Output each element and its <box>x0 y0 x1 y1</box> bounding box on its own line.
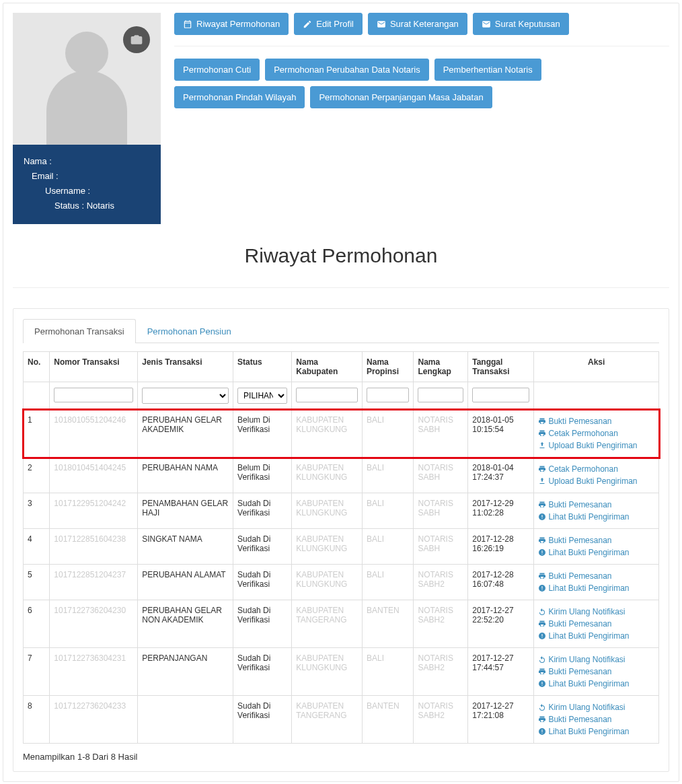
print-icon <box>538 465 546 473</box>
action-bukti-pemesanan[interactable]: Bukti Pemesanan <box>538 499 654 511</box>
btn-pemberhentian-notaris[interactable]: Pemberhentian Notaris <box>434 59 541 81</box>
table-row: 71017122736304231PERPANJANGANSudah Di Ve… <box>24 648 659 696</box>
print-icon <box>538 501 546 509</box>
tab-pensiun[interactable]: Permohonan Pensiun <box>136 319 243 343</box>
print-icon <box>538 715 546 723</box>
cell-status: Belum Di Verifikasi <box>233 458 292 493</box>
btn-riwayat-permohonan[interactable]: Riwayat Permohonan <box>174 13 289 35</box>
camera-icon[interactable] <box>123 26 150 53</box>
print-icon <box>538 668 546 676</box>
btn-permohonan-perubahan-data-notaris[interactable]: Permohonan Perubahan Data Notaris <box>265 59 429 81</box>
cell-jenis <box>138 696 233 744</box>
cell-kab: KABUPATEN KLUNGKUNG <box>292 648 363 696</box>
cell-jenis: PERUBAHAN GELAR AKADEMIK <box>138 410 233 458</box>
cell-prop: BALI <box>363 493 414 529</box>
col-header: Aksi <box>534 352 659 382</box>
action-lihat-bukti-pengiriman[interactable]: Lihat Bukti Pengiriman <box>538 725 654 738</box>
view-icon <box>538 680 546 688</box>
col-header: Nomor Transaksi <box>50 352 138 382</box>
cell-no: 7 <box>24 648 50 696</box>
cell-lengkap: NOTARIS SABH2 <box>414 600 468 648</box>
cell-status: Sudah Di Verifikasi <box>233 493 292 529</box>
cell-jenis: PERUBAHAN GELAR NON AKADEMIK <box>138 600 233 648</box>
cell-no: 3 <box>24 493 50 529</box>
edit-icon <box>303 20 312 29</box>
cell-nomor: 1018010451404245 <box>50 458 138 493</box>
page-title: Riwayat Permohonan <box>13 244 669 267</box>
upload-icon <box>538 441 546 450</box>
btn-permohonan-cuti[interactable]: Permohonan Cuti <box>174 59 260 81</box>
filter-status[interactable]: PILIHAN <box>237 388 287 404</box>
transaksi-table: No.Nomor TransaksiJenis TransaksiStatusN… <box>23 351 659 744</box>
filter-input-1[interactable] <box>54 388 133 402</box>
cell-aksi: Bukti PemesananLihat Bukti Pengiriman <box>534 529 659 565</box>
cell-aksi: Bukti PemesananCetak PermohonanUpload Bu… <box>534 410 659 458</box>
cell-tgl: 2017-12-28 16:07:48 <box>468 565 534 600</box>
col-header: Jenis Transaksi <box>138 352 233 382</box>
btn-surat-keputusan[interactable]: Surat Keputusan <box>473 13 569 35</box>
cell-no: 2 <box>24 458 50 493</box>
print-icon <box>538 572 546 580</box>
filter-input-4[interactable] <box>296 388 358 402</box>
cell-no: 6 <box>24 600 50 648</box>
top-button-row: Riwayat PermohonanEdit ProfilSurat Keter… <box>174 13 669 35</box>
action-lihat-bukti-pengiriman[interactable]: Lihat Bukti Pengiriman <box>538 582 654 594</box>
label-username: Username : <box>45 184 90 199</box>
cell-nomor: 1017122736304231 <box>50 648 138 696</box>
cell-jenis: PERUBAHAN NAMA <box>138 458 233 493</box>
cell-lengkap: NOTARIS SABH2 <box>414 648 468 696</box>
cell-lengkap: NOTARIS SABH <box>414 410 468 458</box>
btn-surat-keterangan[interactable]: Surat Keterangan <box>368 13 467 35</box>
cell-lengkap: NOTARIS SABH <box>414 458 468 493</box>
btn-permohonan-pindah-wilayah[interactable]: Permohonan Pindah Wilayah <box>174 86 305 108</box>
refresh-icon <box>538 655 546 664</box>
action-kirim-ulang-notifikasi[interactable]: Kirim Ulang Notifikasi <box>538 701 654 713</box>
cell-tgl: 2017-12-28 16:26:19 <box>468 529 534 565</box>
action-cetak-permohonan[interactable]: Cetak Permohonan <box>538 427 654 439</box>
filter-input-7[interactable] <box>472 388 529 402</box>
filter-input-5[interactable] <box>367 388 409 402</box>
cell-nomor: 1017122736204230 <box>50 600 138 648</box>
col-header: Status <box>233 352 292 382</box>
cell-jenis: PERUBAHAN ALAMAT <box>138 565 233 600</box>
btn-edit-profil[interactable]: Edit Profil <box>294 13 363 35</box>
cell-prop: BALI <box>363 410 414 458</box>
cell-kab: KABUPATEN TANGERANG <box>292 600 363 648</box>
cell-nomor: 1017122851604238 <box>50 529 138 565</box>
btn-permohonan-perpanjangan-masa-jabatan[interactable]: Permohonan Perpanjangan Masa Jabatan <box>310 86 492 108</box>
action-upload-bukti-pengiriman[interactable]: Upload Bukti Pengiriman <box>538 439 654 452</box>
cell-aksi: Kirim Ulang NotifikasiBukti PemesananLih… <box>534 600 659 648</box>
cell-jenis: PENAMBAHAN GELAR HAJI <box>138 493 233 529</box>
cell-nomor: 1017122951204242 <box>50 493 138 529</box>
action-bukti-pemesanan[interactable]: Bukti Pemesanan <box>538 666 654 678</box>
cell-kab: KABUPATEN KLUNGKUNG <box>292 529 363 565</box>
action-lihat-bukti-pengiriman[interactable]: Lihat Bukti Pengiriman <box>538 630 654 642</box>
cell-nomor: 1017122736204233 <box>50 696 138 744</box>
action-lihat-bukti-pengiriman[interactable]: Lihat Bukti Pengiriman <box>538 678 654 690</box>
action-cetak-permohonan[interactable]: Cetak Permohonan <box>538 463 654 475</box>
action-bukti-pemesanan[interactable]: Bukti Pemesanan <box>538 534 654 546</box>
cell-no: 5 <box>24 565 50 600</box>
action-bukti-pemesanan[interactable]: Bukti Pemesanan <box>538 570 654 582</box>
print-icon <box>538 536 546 544</box>
filter-input-6[interactable] <box>418 388 463 402</box>
cell-status: Belum Di Verifikasi <box>233 410 292 458</box>
action-kirim-ulang-notifikasi[interactable]: Kirim Ulang Notifikasi <box>538 606 654 618</box>
cell-kab: KABUPATEN KLUNGKUNG <box>292 493 363 529</box>
table-row: 41017122851604238SINGKAT NAMASudah Di Ve… <box>24 529 659 565</box>
action-bukti-pemesanan[interactable]: Bukti Pemesanan <box>538 618 654 630</box>
action-lihat-bukti-pengiriman[interactable]: Lihat Bukti Pengiriman <box>538 546 654 559</box>
action-bukti-pemesanan[interactable]: Bukti Pemesanan <box>538 713 654 725</box>
action-lihat-bukti-pengiriman[interactable]: Lihat Bukti Pengiriman <box>538 511 654 523</box>
col-header: Nama Propinsi <box>363 352 414 382</box>
action-bukti-pemesanan[interactable]: Bukti Pemesanan <box>538 415 654 427</box>
tab-transaksi[interactable]: Permohonan Transaksi <box>23 319 136 343</box>
filter-jenis[interactable] <box>142 388 229 404</box>
cell-nomor: 1018010551204246 <box>50 410 138 458</box>
print-icon <box>538 429 546 437</box>
cell-kab: KABUPATEN KLUNGKUNG <box>292 410 363 458</box>
action-kirim-ulang-notifikasi[interactable]: Kirim Ulang Notifikasi <box>538 653 654 666</box>
cell-prop: BALI <box>363 458 414 493</box>
cell-tgl: 2017-12-27 17:21:08 <box>468 696 534 744</box>
action-upload-bukti-pengiriman[interactable]: Upload Bukti Pengiriman <box>538 475 654 487</box>
